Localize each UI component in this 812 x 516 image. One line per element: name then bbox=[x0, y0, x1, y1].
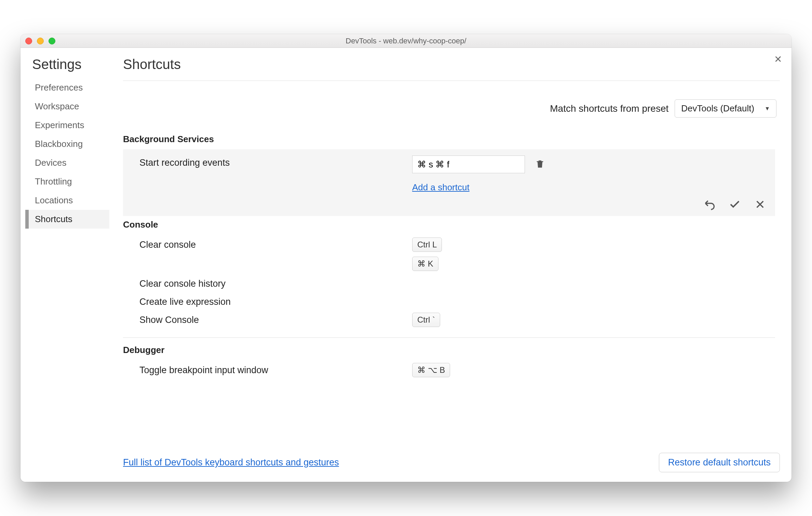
revert-button[interactable] bbox=[703, 198, 716, 211]
shortcut-label: Show Console bbox=[139, 313, 409, 325]
shortcut-label: Toggle breakpoint input window bbox=[139, 363, 409, 376]
window-title: DevTools - web.dev/why-coop-coep/ bbox=[21, 37, 791, 45]
preset-select-value: DevTools (Default) bbox=[681, 103, 754, 114]
sidebar-item-blackboxing[interactable]: Blackboxing bbox=[32, 135, 109, 153]
titlebar: DevTools - web.dev/why-coop-coep/ bbox=[21, 34, 791, 48]
shortcut-label-start-recording: Start recording events bbox=[139, 155, 409, 168]
trash-icon bbox=[535, 159, 545, 169]
section-divider bbox=[123, 337, 775, 338]
caret-down-icon: ▼ bbox=[764, 106, 770, 112]
shortcut-label: Clear console history bbox=[139, 276, 409, 289]
sidebar: Settings Preferences Workspace Experimen… bbox=[21, 48, 109, 482]
sidebar-item-devices[interactable]: Devices bbox=[32, 153, 109, 172]
shortcuts-scroll-area[interactable]: Background Services Start recording even… bbox=[123, 133, 780, 447]
keycap: Ctrl L bbox=[412, 237, 442, 252]
undo-icon bbox=[703, 198, 716, 211]
full-list-link[interactable]: Full list of DevTools keyboard shortcuts… bbox=[123, 457, 339, 468]
main-panel: Shortcuts Match shortcuts from preset De… bbox=[109, 48, 791, 482]
section-background-services: Background Services bbox=[123, 133, 775, 149]
app-window: DevTools - web.dev/why-coop-coep/ ✕ Sett… bbox=[21, 34, 791, 482]
sidebar-heading: Settings bbox=[32, 57, 109, 72]
footer: Full list of DevTools keyboard shortcuts… bbox=[123, 447, 780, 482]
page-heading: Shortcuts bbox=[123, 57, 780, 81]
confirm-button[interactable] bbox=[728, 198, 742, 211]
preset-select[interactable]: DevTools (Default) ▼ bbox=[675, 99, 776, 118]
sidebar-item-throttling[interactable]: Throttling bbox=[32, 172, 109, 191]
sidebar-item-preferences[interactable]: Preferences bbox=[32, 78, 109, 97]
keycap: ⌘ ⌥ B bbox=[412, 363, 450, 377]
shortcut-row-clear-history: Clear console history bbox=[123, 274, 775, 292]
sidebar-item-shortcuts[interactable]: Shortcuts bbox=[25, 210, 109, 229]
shortcut-row-toggle-bp: Toggle breakpoint input window ⌘ ⌥ B bbox=[123, 360, 775, 380]
keycap: Ctrl ` bbox=[412, 313, 440, 327]
check-icon bbox=[729, 198, 741, 211]
sidebar-item-locations[interactable]: Locations bbox=[32, 191, 109, 210]
content-area: ✕ Settings Preferences Workspace Experim… bbox=[21, 48, 791, 482]
restore-defaults-button[interactable]: Restore default shortcuts bbox=[659, 453, 780, 472]
shortcut-row-create-live: Create live expression bbox=[123, 292, 775, 310]
sidebar-item-experiments[interactable]: Experiments bbox=[32, 116, 109, 135]
section-debugger: Debugger bbox=[123, 343, 775, 360]
shortcut-input[interactable] bbox=[412, 155, 525, 173]
preset-label: Match shortcuts from preset bbox=[550, 103, 668, 114]
shortcut-label: Clear console bbox=[139, 237, 409, 250]
keycap: ⌘ K bbox=[412, 257, 438, 271]
shortcut-row-clear-console: Clear console Ctrl L ⌘ K bbox=[123, 235, 775, 274]
shortcut-row-show-console: Show Console Ctrl ` bbox=[123, 310, 775, 330]
shortcut-label: Create live expression bbox=[139, 295, 409, 307]
cancel-button[interactable] bbox=[753, 198, 767, 211]
section-console: Console bbox=[123, 218, 775, 235]
add-shortcut-link[interactable]: Add a shortcut bbox=[412, 182, 470, 193]
close-icon bbox=[755, 199, 766, 210]
sidebar-item-workspace[interactable]: Workspace bbox=[32, 97, 109, 116]
preset-row: Match shortcuts from preset DevTools (De… bbox=[123, 81, 780, 133]
shortcut-editor: Start recording events Add a shortcut bbox=[123, 149, 775, 216]
delete-shortcut-button[interactable] bbox=[535, 159, 545, 170]
edit-actions bbox=[123, 194, 775, 211]
